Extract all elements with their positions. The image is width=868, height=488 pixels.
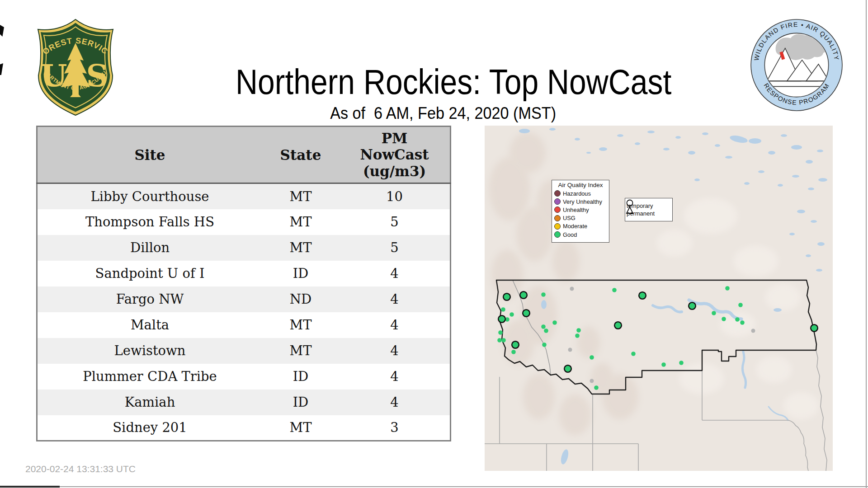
monitor-dot-inactive xyxy=(568,348,572,352)
aqi-color-dot-icon xyxy=(554,223,561,230)
column-header-site: Site xyxy=(37,127,263,183)
state-cell: ID xyxy=(262,261,339,286)
value-cell: 4 xyxy=(339,261,451,286)
aqi-legend-label: Good xyxy=(563,231,577,238)
table-row: Sidney 201MT3 xyxy=(37,415,451,441)
monitor-dot-small xyxy=(661,362,666,367)
temporary-circle-icon xyxy=(627,200,633,206)
monitor-dot-large xyxy=(503,293,510,300)
aqi-legend-items: HazardousVery UnhealthyUnhealthyUSGModer… xyxy=(554,189,607,239)
value-cell: 4 xyxy=(339,338,451,364)
site-cell: Sandpoint U of I xyxy=(37,261,263,286)
window-bottom-edge-dark xyxy=(0,486,60,488)
monitor-dot-small xyxy=(722,317,726,321)
table-row: Plummer CDA TribeID4 xyxy=(37,364,451,389)
monitor-dot-large xyxy=(564,365,571,372)
monitor-map: Air Quality Index HazardousVery Unhealth… xyxy=(485,126,833,471)
nowcast-table-header: Site State PM NowCast (ug/m3) xyxy=(37,127,451,183)
monitor-dot-small xyxy=(594,385,599,390)
monitor-dot-small xyxy=(576,328,581,333)
aqi-legend-label: Moderate xyxy=(563,223,587,230)
monitor-dot-small xyxy=(725,286,730,291)
value-cell: 5 xyxy=(339,235,451,261)
monitor-dot-small xyxy=(590,355,594,360)
value-cell: 4 xyxy=(339,312,451,338)
table-row: Fargo NWND4 xyxy=(37,286,451,312)
monitor-dot-large xyxy=(639,292,646,299)
window-bottom-edge xyxy=(0,486,868,487)
state-cell: MT xyxy=(262,415,339,441)
report-page: FOREST SERVICE U S DEPARTMENT OF AGRICUL… xyxy=(0,0,868,488)
site-cell: Kamiah xyxy=(37,389,263,415)
state-cell: ID xyxy=(262,389,339,415)
monitor-dot-small xyxy=(552,320,557,325)
site-cell: Plummer CDA Tribe xyxy=(37,364,263,389)
monitor-dot-inactive xyxy=(590,379,594,383)
monitor-dot-large xyxy=(689,302,696,310)
monitor-dot-small xyxy=(497,338,502,343)
aqi-legend-title: Air Quality Index xyxy=(554,182,607,188)
site-cell: Thompson Falls HS xyxy=(37,209,263,235)
state-cell: MT xyxy=(262,312,339,338)
monitor-dot-small xyxy=(541,324,546,329)
monitor-dot-small xyxy=(498,330,503,335)
value-cell: 10 xyxy=(339,183,451,209)
monitor-dot-small xyxy=(735,317,740,322)
monitor-dot-inactive xyxy=(751,329,755,333)
site-cell: Libby Courthouse xyxy=(37,183,263,209)
monitor-dot-large xyxy=(498,315,505,323)
monitor-dot-small xyxy=(738,303,743,307)
monitor-dot-small xyxy=(544,328,548,333)
aqi-legend-item: Very Unhealthy xyxy=(554,197,607,206)
site-cell: Lewistown xyxy=(37,338,263,364)
aqi-color-dot-icon xyxy=(554,206,561,213)
monitor-dot-small xyxy=(740,320,745,325)
monitor-dot-small xyxy=(501,338,506,343)
value-cell: 4 xyxy=(339,364,451,389)
value-cell: 4 xyxy=(339,286,451,312)
monitor-dot-large xyxy=(614,322,622,329)
marker-shape-icons xyxy=(625,198,634,216)
state-cell: MT xyxy=(262,183,339,209)
monitor-dot-large xyxy=(520,291,527,299)
monitor-dot-small xyxy=(541,292,546,297)
site-cell: Malta xyxy=(37,312,263,338)
monitor-dot-small xyxy=(575,333,580,338)
permanent-triangle-icon xyxy=(627,207,633,213)
monitor-dot-small xyxy=(511,350,516,354)
wildland-fire-air-quality-logo: WILDLAND FIRE • AIR QUALITY RESPONSE PRO… xyxy=(749,17,844,113)
monitor-dot-inactive xyxy=(570,287,574,291)
map-canvas xyxy=(485,126,833,471)
table-row: LewistownMT4 xyxy=(37,338,451,364)
monitor-dot-large xyxy=(512,341,519,348)
aqi-legend-label: Hazardous xyxy=(563,190,591,197)
site-cell: Fargo NW xyxy=(37,286,263,312)
aqi-legend-item: Unhealthy xyxy=(554,206,607,214)
aqi-color-dot-icon xyxy=(554,215,561,221)
table-row: KamiahID4 xyxy=(37,389,451,415)
state-cell: MT xyxy=(262,209,339,235)
monitor-dot-small xyxy=(501,307,505,312)
value-cell: 3 xyxy=(339,415,451,441)
aqi-legend-item: USG xyxy=(554,214,607,222)
value-cell: 5 xyxy=(339,209,451,235)
aqi-legend: Air Quality Index HazardousVery Unhealth… xyxy=(552,180,609,243)
monitor-dot-small xyxy=(712,311,716,315)
table-row: Libby CourthouseMT10 xyxy=(37,183,451,209)
monitor-dot-small xyxy=(509,312,514,317)
state-cell: ID xyxy=(262,364,339,389)
state-cell: MT xyxy=(262,235,339,261)
state-cell: ND xyxy=(262,286,339,312)
site-cell: Dillon xyxy=(37,235,263,261)
monitor-dot-small xyxy=(612,288,617,292)
aqi-legend-item: Hazardous xyxy=(554,189,607,197)
site-cell: Sidney 201 xyxy=(37,415,263,441)
generated-timestamp: 2020-02-24 13:31:33 UTC xyxy=(25,464,136,474)
column-header-pm-nowcast: PM NowCast (ug/m3) xyxy=(339,127,451,183)
aqi-legend-label: Very Unhealthy xyxy=(563,198,602,205)
state-cell: MT xyxy=(262,338,339,364)
aqi-legend-item: Moderate xyxy=(554,222,607,230)
nowcast-table: Site State PM NowCast (ug/m3) Libby Cour… xyxy=(36,126,451,441)
table-row: Thompson Falls HSMT5 xyxy=(37,209,451,235)
monitor-dot-small xyxy=(679,361,684,365)
